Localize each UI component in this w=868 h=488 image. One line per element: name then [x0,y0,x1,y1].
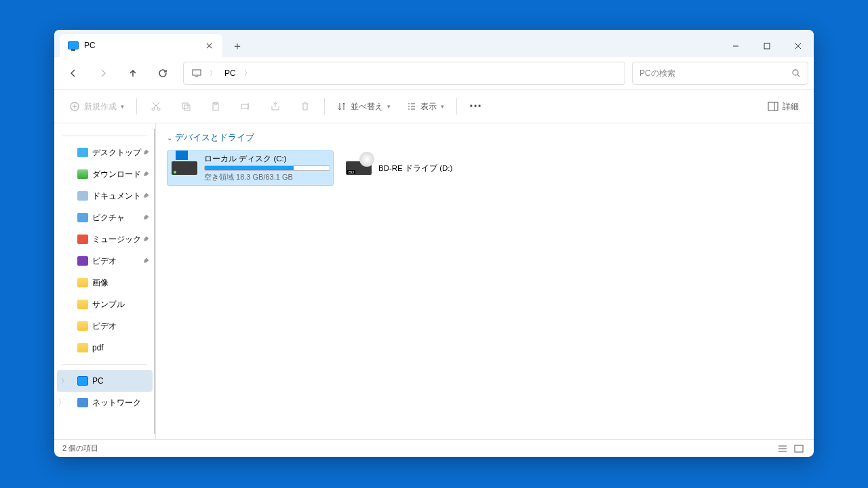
chevron-down-icon: ▾ [121,103,124,110]
new-button[interactable]: 新規作成 ▾ [62,94,131,119]
view-icon [407,102,416,111]
paste-icon [210,101,221,112]
drive-name: ローカル ディスク (C:) [204,154,330,164]
sidebar-item-label: ピクチャ [92,212,125,224]
drive-free-text: 空き領域 18.3 GB/63.1 GB [204,172,330,182]
item-count: 2 個の項目 [62,443,98,453]
titlebar: PC ＋ [54,30,814,57]
search-input[interactable]: PCの検索 [632,62,808,85]
copy-button[interactable] [172,94,199,119]
sidebar-item-PC[interactable]: 〉PC [57,370,153,392]
svg-rect-11 [768,102,778,110]
up-button[interactable] [119,61,146,85]
new-label: 新規作成 [84,101,117,113]
sidebar: デスクトップダウンロードドキュメントピクチャミュージックビデオ画像サンプルビデオ… [54,123,156,439]
details-pane-icon [768,102,778,111]
sidebar-item[interactable]: ミュージック [54,228,155,250]
sidebar-item-label: ミュージック [92,234,141,245]
plus-circle-icon [69,101,80,112]
share-button[interactable] [262,94,289,119]
svg-rect-0 [764,43,770,49]
chevron-down-icon: ▾ [441,103,444,110]
search-icon [791,68,801,78]
sidebar-item[interactable]: ドキュメント [54,185,155,207]
svg-point-4 [152,108,155,110]
tiles-view-toggle[interactable] [792,443,806,455]
sidebar-item-ネットワーク[interactable]: 〉ネットワーク [54,392,155,413]
sidebar-item[interactable]: ビデオ [54,315,155,337]
sidebar-item[interactable]: pdf [54,337,155,359]
svg-point-2 [793,70,798,75]
delete-button[interactable] [292,94,319,119]
content-area: ⌄ デバイスとドライブ ローカル ディスク (C:)空き領域 18.3 GB/6… [156,123,814,439]
sidebar-item-label: PC [92,376,104,386]
view-label: 表示 [420,101,437,113]
window-controls [720,35,814,57]
rename-button[interactable] [232,94,259,119]
chevron-down-icon: ▾ [387,103,391,110]
sidebar-item[interactable]: ピクチャ [54,207,155,228]
view-button[interactable]: 表示 ▾ [400,94,451,119]
breadcrumb[interactable]: 〉 PC 〉 [183,62,625,85]
cut-icon [151,101,161,112]
separator [324,98,325,115]
explorer-window: PC ＋ 〉 PC 〉 PCの検索 [54,30,814,457]
tabs: PC ＋ [54,34,248,57]
sidebar-item-label: デスクトップ [92,147,141,159]
breadcrumb-pc[interactable]: PC [219,66,241,81]
separator [456,98,457,115]
drive-item[interactable]: BDBD-RE ドライブ (D:) [342,150,509,186]
body: デスクトップダウンロードドキュメントピクチャミュージックビデオ画像サンプルビデオ… [54,123,814,439]
more-icon: ••• [470,102,483,111]
hdd-icon [172,161,197,175]
maximize-button[interactable] [751,35,783,57]
close-button[interactable] [783,35,814,57]
bd-icon: BD [346,161,372,175]
trash-icon [300,101,311,112]
minimize-button[interactable] [720,35,751,57]
scrollbar[interactable] [154,129,155,434]
statusbar: 2 個の項目 [54,439,814,457]
sort-button[interactable]: 並べ替え ▾ [330,94,397,119]
separator [136,98,137,115]
sidebar-item[interactable]: ダウンロード [54,163,155,185]
paste-button[interactable] [202,94,229,119]
forward-button[interactable] [90,61,117,85]
sidebar-item-label: ビデオ [92,256,117,267]
drive-item[interactable]: ローカル ディスク (C:)空き領域 18.3 GB/63.1 GB [167,150,334,186]
sidebar-item[interactable]: ビデオ [54,250,155,272]
new-tab-button[interactable]: ＋ [226,35,248,57]
details-label: 詳細 [783,101,799,113]
details-button[interactable]: 詳細 [761,94,806,119]
tab-pc[interactable]: PC [60,34,222,57]
sidebar-item[interactable]: サンプル [54,293,155,315]
chevron-right-icon[interactable]: 〉 [207,68,219,78]
svg-rect-7 [184,105,190,110]
folder-icon [77,300,88,309]
refresh-button[interactable] [149,61,176,85]
chevron-right-icon[interactable]: 〉 [58,398,65,407]
view-toggles [776,443,806,455]
list-view-toggle[interactable] [776,443,789,455]
more-button[interactable]: ••• [462,94,490,119]
tab-close-button[interactable] [203,40,214,51]
chevron-right-icon[interactable]: 〉 [61,376,68,386]
folder-icon [77,191,88,201]
sidebar-item-label: ドキュメント [92,190,141,202]
sort-label: 並べ替え [351,101,383,113]
breadcrumb-root-icon[interactable] [186,66,207,80]
svg-point-5 [157,108,160,110]
section-header[interactable]: ⌄ デバイスとドライブ [167,131,803,144]
sidebar-item[interactable]: デスクトップ [54,142,155,163]
sidebar-item[interactable]: 画像 [54,272,155,293]
sidebar-item-label: サンプル [92,299,125,310]
item-icon [77,376,88,386]
folder-icon [77,148,88,157]
cut-button[interactable] [142,94,170,119]
section-title: デバイスとドライブ [175,131,254,144]
chevron-right-icon[interactable]: 〉 [241,68,254,78]
sidebar-item-label: ダウンロード [92,169,141,180]
back-button[interactable] [60,61,87,85]
drives-list: ローカル ディスク (C:)空き領域 18.3 GB/63.1 GBBDBD-R… [167,150,803,186]
svg-rect-6 [182,103,188,108]
